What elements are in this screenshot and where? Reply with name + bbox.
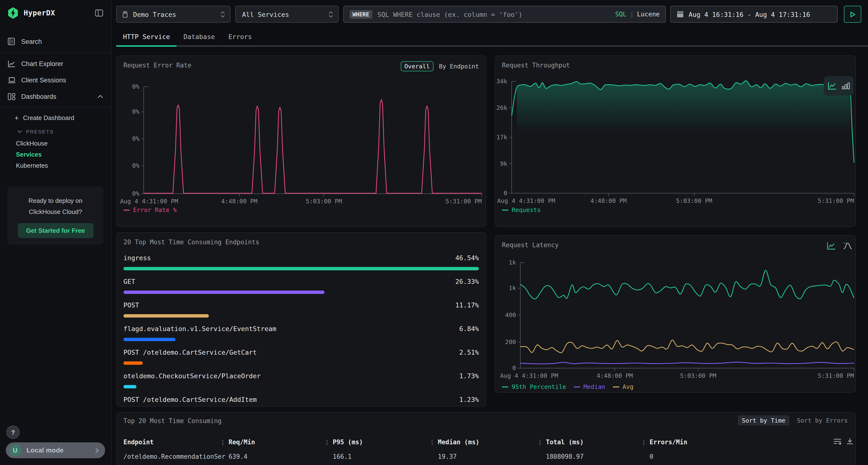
endpoint-row[interactable]: ingress46.54% bbox=[123, 250, 479, 274]
user-menu[interactable]: U Local mode bbox=[6, 442, 105, 458]
table-header-row: EndpointReq/MinP95 (ms)Median (ms)Total … bbox=[117, 438, 856, 448]
endpoint-label: oteldemo.CheckoutService/PlaceOrder bbox=[123, 372, 261, 380]
endpoint-bar bbox=[123, 314, 209, 318]
endpoint-label: flagd.evaluation.v1.Service/EventStream bbox=[123, 325, 276, 332]
endpoint-label: ingress bbox=[123, 254, 151, 262]
column-drag-handle-icon[interactable] bbox=[327, 440, 328, 446]
bar-chart-icon[interactable] bbox=[841, 82, 850, 90]
tabs-divider bbox=[116, 45, 868, 47]
top-endpoints-panel: 20 Top Most Time Consuming Endpoints ing… bbox=[116, 232, 486, 407]
promo-text: Ready to deploy on bbox=[12, 195, 99, 206]
endpoint-row[interactable]: GET26.33% bbox=[123, 274, 479, 297]
time-range-picker[interactable]: Aug 4 16:31:16 - Aug 4 17:31:16 bbox=[670, 6, 838, 23]
sidebar-item-services[interactable]: Services bbox=[0, 149, 111, 160]
search-input[interactable] bbox=[376, 10, 615, 19]
run-query-button[interactable] bbox=[844, 6, 861, 23]
throughput-chart[interactable]: 34k26k17k9k0Aug 4 4:31:00 PM4:48:00 PM5:… bbox=[495, 56, 856, 227]
column-header[interactable]: Total (ms) bbox=[546, 438, 584, 446]
endpoint-row[interactable]: POST11.17% bbox=[123, 297, 479, 321]
svg-text:4:48:00 PM: 4:48:00 PM bbox=[596, 372, 633, 379]
sort-by-errors-button[interactable]: Sort by Errors bbox=[793, 416, 851, 426]
endpoint-label: POST /oteldemo.CartService/GetCart bbox=[123, 348, 257, 356]
column-header[interactable]: Median (ms) bbox=[438, 438, 479, 446]
endpoint-percentage: 26.33% bbox=[455, 277, 479, 285]
lucene-mode-toggle[interactable]: Lucene bbox=[637, 10, 660, 18]
sidebar: HyperDX Search Chart Explorer Client Ses… bbox=[0, 0, 112, 465]
line-chart-icon[interactable] bbox=[827, 81, 837, 90]
column-header[interactable]: Errors/Min bbox=[650, 438, 687, 446]
latency-chart[interactable]: 1k1k4002000Aug 4 4:31:00 PM4:48:00 PM5:0… bbox=[495, 236, 856, 393]
data-source-select[interactable]: Demo Traces bbox=[116, 6, 230, 23]
svg-text:5:31:00 PM: 5:31:00 PM bbox=[445, 198, 482, 205]
svg-text:9k: 9k bbox=[500, 160, 507, 167]
svg-text:17k: 17k bbox=[496, 134, 507, 141]
sidebar-item-chart-explorer[interactable]: Chart Explorer bbox=[0, 56, 111, 72]
endpoint-label: POST bbox=[123, 301, 139, 309]
where-keyword-chip: WHERE bbox=[350, 10, 372, 19]
table-cell: 639.4 bbox=[228, 453, 247, 460]
column-drag-handle-icon[interactable] bbox=[222, 440, 223, 446]
user-mode-label: Local mode bbox=[27, 447, 95, 454]
column-drag-handle-icon[interactable] bbox=[432, 440, 433, 446]
sql-mode-toggle[interactable]: SQL bbox=[615, 10, 626, 18]
tab-database[interactable]: Database bbox=[177, 29, 222, 45]
chart-legend: Requests bbox=[502, 206, 540, 213]
download-icon[interactable] bbox=[846, 437, 854, 445]
endpoint-row[interactable]: POST /oteldemo.CartService/AddItem1.23% bbox=[123, 392, 479, 407]
table-actions bbox=[833, 437, 854, 445]
endpoint-row[interactable]: POST /oteldemo.CartService/GetCart2.51% bbox=[123, 344, 479, 368]
time-range-value: Aug 4 16:31:16 - Aug 4 17:31:16 bbox=[689, 10, 810, 18]
create-dashboard-label: Create Dashboard bbox=[23, 114, 74, 121]
sidebar-item-search[interactable]: Search bbox=[0, 33, 111, 50]
endpoint-percentage: 1.23% bbox=[459, 396, 479, 403]
sort-by-time-button[interactable]: Sort by Time bbox=[738, 416, 789, 426]
sidebar-item-clickhouse[interactable]: ClickHouse bbox=[0, 138, 111, 149]
chart-legend: Error Rate % bbox=[123, 206, 177, 213]
expand-rows-icon[interactable] bbox=[833, 438, 841, 444]
tab-errors[interactable]: Errors bbox=[222, 29, 259, 45]
help-button[interactable]: ? bbox=[6, 426, 20, 439]
svg-text:1k: 1k bbox=[509, 285, 516, 292]
avatar: U bbox=[9, 444, 21, 456]
select-chevrons-icon bbox=[220, 11, 225, 18]
column-drag-handle-icon[interactable] bbox=[539, 440, 540, 446]
where-clause-search[interactable]: WHERE SQL | Lucene bbox=[343, 6, 666, 23]
sidebar-item-dashboards[interactable]: Dashboards bbox=[0, 88, 111, 105]
legend-entry: Avg bbox=[613, 383, 633, 390]
collapse-sidebar-icon[interactable] bbox=[95, 9, 103, 17]
error-rate-chart[interactable]: 0%0%0%0%0%Aug 4 4:31:00 PM4:48:00 PM5:03… bbox=[117, 56, 486, 227]
presets-section-header[interactable]: PRESETS bbox=[0, 125, 111, 138]
endpoint-row[interactable]: oteldemo.CheckoutService/PlaceOrder1.73% bbox=[123, 368, 479, 392]
endpoint-percentage: 2.51% bbox=[459, 348, 479, 356]
table-row[interactable]: /oteldemo.RecommendationServ639.4166.119… bbox=[117, 453, 856, 463]
panel-title: 20 Top Most Time Consuming Endpoints bbox=[123, 238, 259, 246]
column-header[interactable]: P95 (ms) bbox=[333, 438, 363, 446]
svg-text:5:03:00 PM: 5:03:00 PM bbox=[676, 197, 712, 204]
promo-text: ClickHouse Cloud? bbox=[12, 206, 99, 217]
svg-text:Aug 4 4:31:00 PM: Aug 4 4:31:00 PM bbox=[497, 197, 555, 204]
svg-text:34k: 34k bbox=[496, 78, 507, 85]
column-drag-handle-icon[interactable] bbox=[643, 440, 644, 446]
top-time-consuming-table-panel: Top 20 Most Time Consuming Sort by Time … bbox=[116, 412, 856, 465]
column-header[interactable]: Req/Min bbox=[228, 438, 255, 446]
chevron-up-icon[interactable] bbox=[97, 95, 103, 98]
column-header[interactable]: Endpoint bbox=[123, 438, 154, 446]
svg-text:4:48:00 PM: 4:48:00 PM bbox=[221, 198, 258, 205]
svg-text:0%: 0% bbox=[132, 83, 140, 90]
endpoint-row[interactable]: flagd.evaluation.v1.Service/EventStream6… bbox=[123, 321, 479, 344]
tab-http-service[interactable]: HTTP Service bbox=[116, 29, 177, 45]
hyperdx-app: HyperDX Search Chart Explorer Client Ses… bbox=[0, 0, 868, 465]
get-started-button[interactable]: Get Started for Free bbox=[18, 223, 93, 238]
chart-type-switcher bbox=[824, 76, 854, 95]
search-journal-icon bbox=[8, 38, 21, 45]
sidebar-item-client-sessions[interactable]: Client Sessions bbox=[0, 72, 111, 88]
table-cell: 0 bbox=[650, 453, 653, 460]
mode-separator: | bbox=[630, 10, 633, 18]
endpoint-bar-list: ingress46.54%GET26.33%POST11.17%flagd.ev… bbox=[123, 250, 479, 407]
calendar-icon bbox=[677, 10, 684, 18]
create-dashboard-button[interactable]: + Create Dashboard bbox=[0, 110, 111, 125]
service-select[interactable]: All Services bbox=[235, 6, 339, 23]
play-icon bbox=[849, 11, 856, 18]
sidebar-item-kubernetes[interactable]: Kubernetes bbox=[0, 160, 111, 171]
active-tab-indicator bbox=[116, 45, 177, 47]
